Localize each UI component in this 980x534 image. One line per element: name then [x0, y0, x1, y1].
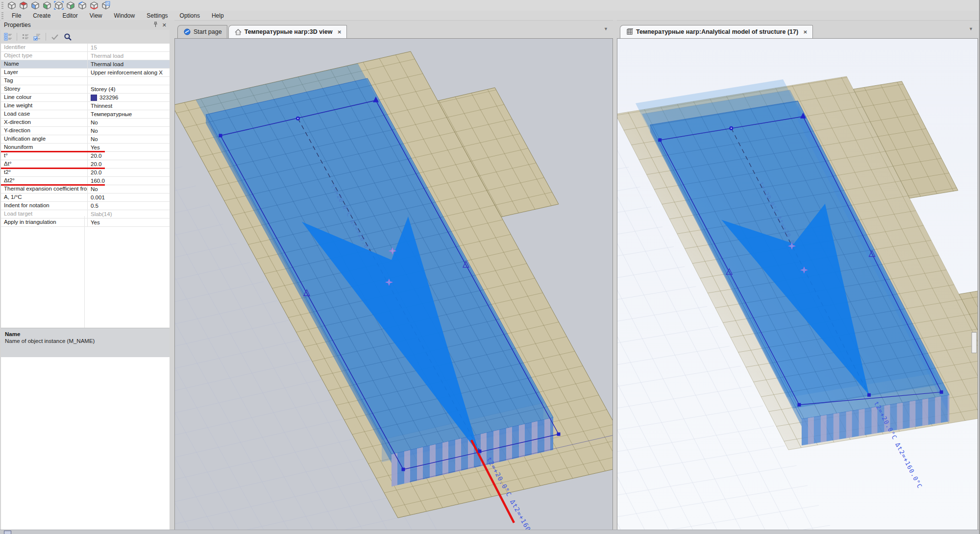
property-row-nonuniform[interactable]: NonuniformYes: [1, 144, 170, 152]
property-value[interactable]: No: [88, 127, 170, 135]
menubar-grip[interactable]: [1, 12, 3, 19]
right-3d-canvas[interactable]: t=+20.0°C Δt=+20.0°C t2=+20.0°C Δt2=+160…: [617, 38, 978, 530]
property-row--t2-[interactable]: Δt2°160.0: [1, 177, 170, 185]
menu-options[interactable]: Options: [174, 12, 206, 20]
menu-view[interactable]: View: [84, 12, 108, 20]
property-row-x-direction[interactable]: X-directionNo: [1, 119, 170, 127]
property-row-apply-in-triangulation[interactable]: Apply in triangulationYes: [1, 218, 170, 227]
toolbar-grip[interactable]: [1, 2, 3, 9]
property-value[interactable]: 20.0: [88, 160, 170, 168]
viewport-splitter[interactable]: [613, 20, 617, 530]
property-value-text: Thermal load: [91, 52, 123, 60]
property-row-storey[interactable]: StoreyStorey (4): [1, 85, 170, 94]
property-value-text: Slab(14): [91, 211, 112, 218]
property-value-text: No: [91, 127, 98, 135]
property-row-name[interactable]: NameThermal load: [1, 60, 170, 69]
property-row-identifier[interactable]: Identifier15: [1, 44, 170, 52]
property-row--t-[interactable]: Δt°20.0: [1, 160, 170, 169]
property-row-layer[interactable]: LayerUpper reinforcement along X: [1, 69, 170, 77]
property-row-indent-for-notation[interactable]: Indent for notation0.5: [1, 202, 170, 210]
menu-window[interactable]: Window: [108, 12, 141, 20]
tab-list-dropdown-icon[interactable]: ▼: [969, 26, 973, 31]
categorized-icon[interactable]: [3, 32, 13, 41]
property-row-y-direction[interactable]: Y-directionNo: [1, 127, 170, 135]
property-value[interactable]: No: [88, 185, 170, 193]
property-label: Indent for notation: [1, 202, 88, 210]
menu-help[interactable]: Help: [206, 12, 230, 20]
menu-create[interactable]: Create: [27, 12, 56, 20]
property-row-thermal-expansion-coefficient-from-[interactable]: Thermal expansion coefficient from ...No: [1, 185, 170, 194]
property-row-a-1-c[interactable]: A, 1/°C0.001: [1, 194, 170, 202]
property-row-object-type[interactable]: Object typeThermal load: [1, 52, 170, 60]
tab-label: Start page: [194, 28, 222, 35]
tab-close-icon[interactable]: ✕: [803, 29, 807, 35]
property-value[interactable]: Upper reinforcement along X: [88, 69, 170, 76]
property-value-text: 323296: [99, 94, 118, 101]
property-label: Apply in triangulation: [1, 218, 88, 226]
property-value[interactable]: 20.0: [88, 169, 170, 176]
property-value[interactable]: Thermal load: [88, 60, 170, 68]
property-value[interactable]: 15: [88, 44, 170, 51]
property-grid: Identifier15Object typeThermal loadNameT…: [1, 44, 170, 530]
property-row-tag[interactable]: Tag: [1, 77, 170, 85]
property-label: Δt2°: [1, 177, 88, 185]
right-tabbar: Температурные нагр:Analytical model of s…: [617, 20, 978, 38]
tab-list-dropdown-icon[interactable]: ▼: [604, 26, 608, 31]
property-label: A, 1/°C: [1, 194, 88, 201]
checked-list-icon[interactable]: [32, 32, 42, 41]
pin-icon[interactable]: [153, 22, 158, 29]
property-value[interactable]: 160.0: [88, 177, 170, 185]
property-row-load-case[interactable]: Load caseТемпературные: [1, 110, 170, 119]
cube-overlay-blue-icon[interactable]: [100, 0, 112, 10]
properties-panel: Properties ✕ Identifier15Object typeTher…: [1, 20, 170, 530]
property-value[interactable]: Thermal load: [88, 52, 170, 60]
status-window-icon: [4, 531, 11, 534]
panel-splitter[interactable]: [170, 20, 174, 530]
property-value-text: 0.001: [91, 194, 105, 201]
property-value[interactable]: Yes: [88, 144, 170, 151]
tab-active-0[interactable]: Температурные нагр:Analytical model of s…: [620, 25, 813, 38]
property-value[interactable]: Slab(14): [88, 210, 170, 218]
tab-close-icon[interactable]: ✕: [337, 29, 341, 35]
apply-check-icon[interactable]: [49, 32, 60, 41]
description-title: Name: [5, 331, 166, 337]
cube-top-red-icon[interactable]: [18, 0, 29, 10]
toolbar-separator: [17, 33, 17, 41]
property-value[interactable]: No: [88, 119, 170, 126]
property-row-t-[interactable]: t°20.0: [1, 152, 170, 160]
property-row-t2-[interactable]: t2°20.0: [1, 169, 170, 177]
property-value[interactable]: 323296: [88, 94, 170, 101]
menu-file[interactable]: File: [6, 12, 27, 20]
tab-active-1[interactable]: Температурные нагр:3D view✕: [228, 25, 347, 38]
property-row-line-colour[interactable]: Line colour323296: [1, 94, 170, 102]
property-row-unification-angle[interactable]: Unification angleNo: [1, 135, 170, 144]
cube-plain-icon[interactable]: [6, 0, 18, 10]
scrollbar-grip[interactable]: [972, 332, 977, 353]
search-icon[interactable]: [62, 32, 73, 42]
cube-right-green-icon[interactable]: [65, 0, 76, 10]
property-value[interactable]: [88, 77, 170, 85]
property-value[interactable]: 0.5: [88, 202, 170, 210]
property-value[interactable]: Yes: [88, 218, 170, 226]
property-value[interactable]: Температурные: [88, 110, 170, 118]
list-icon[interactable]: [21, 32, 30, 41]
menu-editor[interactable]: Editor: [56, 12, 83, 20]
property-row-load-target[interactable]: Load targetSlab(14): [1, 210, 170, 218]
menu-bar: FileCreateEditorViewWindowSettingsOption…: [0, 11, 980, 21]
close-icon[interactable]: ✕: [162, 22, 167, 28]
property-row-line-weight[interactable]: Line weightThinnest: [1, 102, 170, 110]
left-3d-canvas[interactable]: t=+20.0°C Δt=+20.0°C t2=+20.0°C Δt2=+160…: [174, 38, 613, 530]
tab-0[interactable]: Start page: [177, 25, 227, 38]
cube-shear-blue-icon[interactable]: [76, 0, 88, 10]
property-value[interactable]: 20.0: [88, 152, 170, 160]
property-value[interactable]: Storey (4): [88, 85, 170, 93]
menu-settings[interactable]: Settings: [141, 12, 173, 20]
description-text: Name of object instance (M_NAME): [5, 338, 166, 344]
cube-left-green-icon[interactable]: [41, 0, 53, 10]
cube-select-blue-icon[interactable]: [53, 0, 65, 10]
cube-bottom-red-icon[interactable]: [88, 0, 100, 10]
property-value[interactable]: Thinnest: [88, 102, 170, 110]
property-value[interactable]: 0.001: [88, 194, 170, 201]
property-value[interactable]: No: [88, 135, 170, 143]
cube-front-blue-icon[interactable]: [29, 0, 41, 10]
